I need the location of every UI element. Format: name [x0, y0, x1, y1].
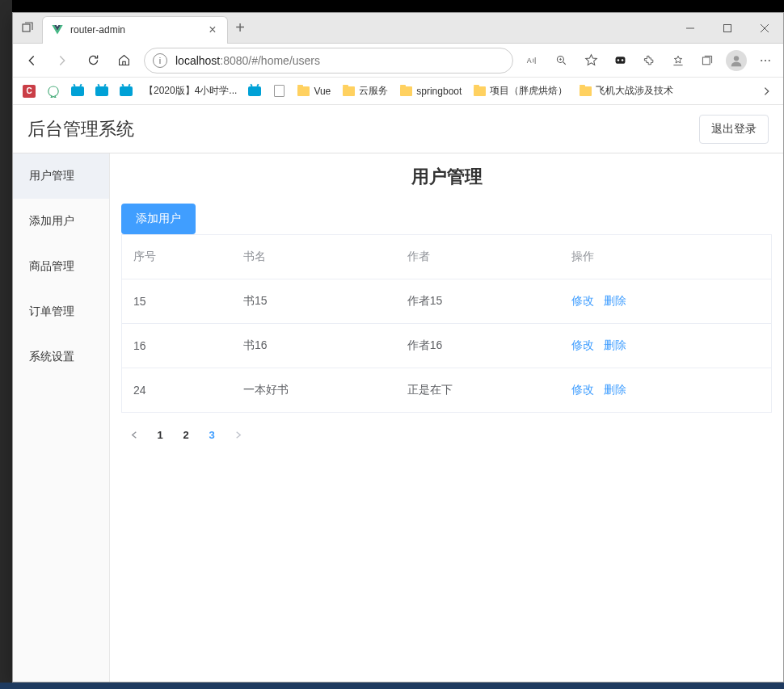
svg-text:A: A: [527, 57, 532, 65]
tab-close-icon[interactable]: ×: [206, 23, 219, 36]
cell-id: 24: [122, 368, 232, 413]
sidebar-item-orders[interactable]: 订单管理: [13, 289, 109, 334]
back-button[interactable]: [18, 47, 45, 74]
app-title: 后台管理系统: [27, 117, 699, 141]
bookmark-item[interactable]: C: [18, 80, 40, 103]
page-prev-button[interactable]: [121, 422, 147, 447]
cell-author: 作者15: [396, 279, 560, 324]
sidebar-item-products[interactable]: 商品管理: [13, 244, 109, 289]
add-user-button[interactable]: 添加用户: [121, 204, 196, 234]
bookmark-item[interactable]: [91, 80, 113, 103]
folder-icon: [342, 85, 355, 98]
site-info-icon[interactable]: i: [153, 53, 167, 68]
home-button[interactable]: [110, 47, 137, 74]
bookmark-folder[interactable]: 项目（胖虎烘焙）: [468, 80, 572, 103]
table-row: 16书16作者16修改删除: [122, 324, 772, 368]
cell-name: 一本好书: [232, 368, 396, 413]
bookmark-folder[interactable]: 飞机大战涉及技术: [574, 80, 678, 103]
browser-title-bar: router-admin × +: [13, 13, 783, 44]
extension-1-icon[interactable]: [607, 48, 633, 74]
window-controls: [672, 13, 783, 44]
forward-button[interactable]: [48, 47, 76, 74]
svg-rect-2: [724, 24, 731, 32]
tab-title: router-admin: [70, 24, 206, 36]
page-next-button[interactable]: [225, 422, 251, 447]
bookmark-item[interactable]: [42, 80, 65, 103]
bookmark-label: 云服务: [359, 84, 388, 98]
pagination: 123: [121, 413, 772, 456]
bookmark-item[interactable]: 【2020版】4小时学...: [139, 80, 242, 103]
svg-point-12: [621, 59, 623, 61]
sidebar-item-settings[interactable]: 系统设置: [13, 334, 109, 380]
app-viewport: 后台管理系统 退出登录 用户管理 添加用户 商品管理 订单管理 系统设置 用户管…: [13, 105, 783, 682]
edit-link[interactable]: 修改: [571, 338, 594, 351]
new-tab-button[interactable]: +: [228, 19, 252, 37]
page-icon: [272, 85, 285, 98]
bookmark-label: 【2020版】4小时学...: [144, 84, 237, 98]
bookmark-item[interactable]: [243, 80, 266, 103]
url-field[interactable]: i localhost:8080/#/home/users: [144, 48, 513, 74]
app-header: 后台管理系统 退出登录: [13, 105, 783, 153]
refresh-button[interactable]: [79, 47, 107, 74]
menu-icon[interactable]: [752, 48, 778, 74]
url-text: localhost:8080/#/home/users: [175, 54, 504, 67]
bookmark-label: 飞机大战涉及技术: [596, 84, 673, 98]
svg-rect-10: [615, 57, 625, 64]
svg-point-16: [761, 59, 762, 61]
bookmark-icon: C: [23, 85, 36, 98]
app-body: 用户管理 添加用户 商品管理 订单管理 系统设置 用户管理 添加用户 序号 书名…: [13, 153, 783, 682]
cell-name: 书16: [232, 324, 396, 368]
table-header-author: 作者: [396, 235, 560, 279]
page-number-button[interactable]: 2: [173, 422, 199, 447]
cell-actions: 修改删除: [560, 324, 772, 368]
page-number-button[interactable]: 1: [147, 422, 173, 447]
zoom-icon[interactable]: [549, 48, 575, 74]
delete-link[interactable]: 删除: [604, 383, 626, 396]
edit-link[interactable]: 修改: [571, 294, 594, 307]
bookmark-folder[interactable]: Vue: [292, 80, 335, 103]
folder-icon: [297, 85, 310, 98]
folder-icon: [473, 85, 486, 98]
bookmark-overflow-icon[interactable]: [756, 80, 778, 103]
bookmark-item[interactable]: [268, 80, 290, 103]
cell-id: 15: [122, 279, 232, 324]
minimize-button[interactable]: [672, 13, 709, 44]
close-window-button[interactable]: [746, 13, 783, 44]
delete-link[interactable]: 删除: [604, 294, 626, 307]
bookmark-item[interactable]: [66, 80, 89, 103]
tab-actions-icon[interactable]: [13, 22, 42, 35]
main-content: 用户管理 添加用户 序号 书名 作者 操作 15书15作者15修改删除16书16…: [110, 153, 783, 682]
sidebar-item-users[interactable]: 用户管理: [13, 153, 109, 199]
svg-point-11: [617, 59, 619, 61]
data-table: 序号 书名 作者 操作 15书15作者15修改删除16书16作者16修改删除24…: [121, 234, 772, 413]
sidebar: 用户管理 添加用户 商品管理 订单管理 系统设置: [13, 153, 110, 682]
favorites-bar-icon[interactable]: [665, 48, 691, 74]
extensions-icon[interactable]: [636, 48, 662, 74]
left-side-strip: [0, 0, 12, 689]
cell-name: 书15: [232, 279, 396, 324]
bili-icon: [248, 85, 261, 98]
taskbar-hint: [0, 683, 784, 689]
delete-link[interactable]: 删除: [604, 338, 626, 351]
page-number-button[interactable]: 3: [199, 422, 225, 447]
read-aloud-icon[interactable]: A: [520, 48, 546, 74]
profile-avatar[interactable]: [723, 48, 749, 74]
svg-point-15: [734, 56, 739, 61]
table-header-actions: 操作: [560, 235, 772, 279]
bookmark-folder[interactable]: springboot: [394, 80, 466, 103]
collections-icon[interactable]: [694, 48, 720, 74]
table-header-id: 序号: [122, 235, 232, 279]
svg-point-18: [769, 59, 770, 61]
svg-rect-14: [702, 57, 710, 65]
bookmark-item[interactable]: [115, 80, 137, 103]
bookmark-folder[interactable]: 云服务: [337, 80, 393, 103]
browser-tab[interactable]: router-admin ×: [42, 16, 228, 44]
sidebar-item-add-user[interactable]: 添加用户: [13, 199, 109, 244]
bookmark-label: Vue: [314, 86, 331, 97]
table-row: 24一本好书正是在下修改删除: [122, 368, 772, 413]
favorite-icon[interactable]: [578, 48, 604, 74]
edit-link[interactable]: 修改: [571, 383, 594, 396]
maximize-button[interactable]: [709, 13, 746, 44]
vue-icon: [51, 23, 64, 36]
logout-button[interactable]: 退出登录: [699, 115, 769, 144]
